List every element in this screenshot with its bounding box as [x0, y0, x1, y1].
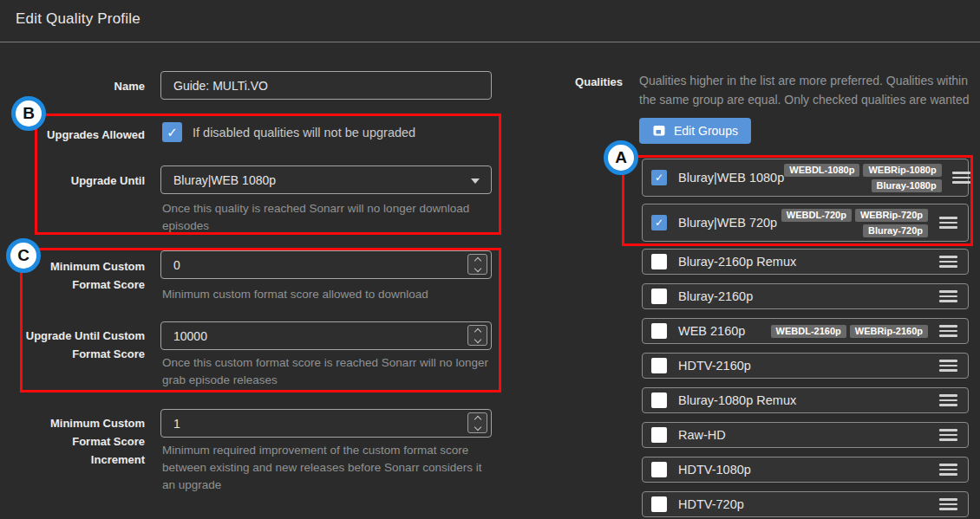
quality-checkbox[interactable]: ✓ — [651, 254, 667, 269]
min-format-score-stepper[interactable] — [467, 254, 487, 275]
caret-down-icon — [471, 178, 480, 184]
min-format-score-help: Minimum custom format score allowed to d… — [162, 286, 490, 303]
quality-badge: WEBRip-1080p — [863, 164, 941, 177]
upgrades-allowed-caption: If disabled qualities will not be upgrad… — [193, 126, 415, 139]
upgrade-until-format-score-input[interactable] — [160, 321, 492, 350]
drag-handle-icon[interactable] — [928, 429, 968, 441]
drag-handle-icon[interactable] — [928, 498, 968, 510]
upgrade-until-format-score-stepper[interactable] — [467, 325, 487, 346]
checkmark-icon: ✓ — [655, 172, 663, 184]
checkmark-icon: ✓ — [655, 325, 663, 337]
checkmark-icon: ✓ — [655, 360, 663, 372]
upgrade-until-label: Upgrade Until — [2, 172, 145, 190]
drag-handle-icon[interactable] — [928, 290, 968, 302]
quality-badge: WEBDL-2160p — [771, 325, 846, 338]
min-format-score-increment-stepper[interactable] — [467, 412, 487, 433]
upgrade-until-help: Once this quality is reached Sonarr will… — [162, 200, 490, 235]
quality-list-item[interactable]: ✓ Bluray-2160p — [642, 283, 969, 309]
quality-checkbox[interactable]: ✓ — [651, 170, 667, 185]
checkmark-icon: ✓ — [655, 217, 663, 229]
drag-handle-icon[interactable] — [928, 325, 968, 337]
quality-label: HDTV-1080p — [678, 463, 751, 477]
upgrade-until-format-score-label: Upgrade Until Custom Format Score — [2, 327, 145, 363]
quality-list-item[interactable]: ✓ HDTV-1080p — [642, 457, 969, 483]
min-format-score-input[interactable] — [160, 250, 492, 279]
drag-handle-icon[interactable] — [928, 360, 968, 372]
quality-badges: WEBDL-720pWEBRip-720pBluray-720p — [781, 209, 928, 237]
stepper-up-icon[interactable] — [474, 328, 480, 334]
min-format-score-increment-input[interactable] — [160, 409, 492, 438]
quality-badge: WEBRip-2160p — [850, 325, 928, 338]
quality-badge: WEBRip-720p — [855, 209, 928, 222]
stepper-down-icon[interactable] — [474, 335, 480, 342]
quality-checkbox[interactable]: ✓ — [651, 289, 667, 304]
quality-badges: WEBDL-2160pWEBRip-2160p — [771, 325, 928, 338]
min-format-score-increment-help: Minimum required improvement of the cust… — [162, 442, 490, 494]
edit-groups-button[interactable]: Edit Groups — [639, 118, 751, 144]
quality-badge: WEBDL-1080p — [784, 164, 859, 177]
checkmark-icon: ✓ — [167, 125, 178, 140]
quality-list-item[interactable]: ✓ HDTV-720p — [642, 491, 969, 517]
name-input[interactable] — [160, 71, 492, 100]
quality-label: Bluray-2160p Remux — [678, 255, 796, 269]
qualities-label: Qualities — [546, 75, 623, 88]
quality-checkbox[interactable]: ✓ — [651, 215, 667, 230]
upgrades-allowed-checkbox[interactable]: ✓ — [162, 122, 182, 142]
qualities-list: ✓ Bluray|WEB 1080p WEBDL-1080pWEBRip-108… — [642, 159, 969, 519]
quality-checkbox[interactable]: ✓ — [651, 462, 667, 477]
quality-list-item[interactable]: ✓ Raw-HD — [642, 422, 969, 448]
edit-groups-icon — [652, 125, 666, 137]
min-format-score-label: Minimum Custom Format Score — [2, 257, 145, 294]
quality-list-item[interactable]: ✓ Bluray|WEB 720p WEBDL-720pWEBRip-720pB… — [642, 204, 969, 242]
name-label: Name — [2, 77, 145, 95]
upgrade-until-value: Bluray|WEB 1080p — [173, 173, 276, 187]
qualities-description: Qualities higher in the list are more pr… — [639, 72, 970, 109]
quality-label: Bluray|WEB 1080p — [678, 171, 784, 185]
quality-list-item[interactable]: ✓ WEB 2160p WEBDL-2160pWEBRip-2160p — [642, 318, 969, 344]
quality-checkbox[interactable]: ✓ — [651, 427, 667, 443]
upgrade-until-format-score-help: Once this custom format score is reached… — [162, 354, 490, 389]
quality-checkbox[interactable]: ✓ — [651, 392, 667, 408]
quality-checkbox[interactable]: ✓ — [651, 496, 667, 512]
drag-handle-icon[interactable] — [928, 394, 968, 406]
stepper-down-icon[interactable] — [474, 264, 480, 271]
quality-label: WEB 2160p — [678, 324, 745, 338]
quality-checkbox[interactable]: ✓ — [651, 358, 667, 373]
quality-list-item[interactable]: ✓ Bluray-1080p Remux — [642, 387, 969, 413]
quality-list-item[interactable]: ✓ Bluray-2160p Remux — [642, 249, 969, 275]
stepper-up-icon[interactable] — [474, 415, 480, 422]
quality-badge: WEBDL-720p — [781, 209, 852, 222]
quality-list-item[interactable]: ✓ Bluray|WEB 1080p WEBDL-1080pWEBRip-108… — [642, 159, 969, 197]
checkmark-icon: ✓ — [655, 256, 663, 268]
edit-groups-button-label: Edit Groups — [674, 124, 738, 138]
quality-label: HDTV-720p — [678, 497, 744, 511]
checkmark-icon: ✓ — [655, 429, 663, 441]
quality-badge: Bluray-720p — [863, 224, 928, 237]
drag-handle-icon[interactable] — [928, 217, 968, 229]
upgrade-until-select[interactable]: Bluray|WEB 1080p — [160, 165, 492, 194]
drag-handle-icon[interactable] — [928, 256, 968, 268]
stepper-up-icon[interactable] — [474, 256, 480, 263]
quality-label: HDTV-2160p — [678, 359, 751, 373]
stepper-down-icon[interactable] — [474, 423, 480, 430]
min-format-score-increment-label: Minimum Custom Format Score Increment — [2, 414, 145, 469]
checkmark-icon: ✓ — [655, 290, 663, 302]
quality-badge: Bluray-1080p — [872, 179, 942, 192]
drag-handle-icon[interactable] — [942, 172, 980, 184]
checkmark-icon: ✓ — [655, 394, 663, 406]
quality-profile-form: Name Upgrades Allowed ✓ If disabled qual… — [0, 0, 520, 519]
quality-label: Bluray|WEB 720p — [678, 216, 777, 230]
quality-list-item[interactable]: ✓ HDTV-2160p — [642, 353, 969, 379]
quality-label: Raw-HD — [678, 428, 726, 442]
checkmark-icon: ✓ — [655, 464, 663, 476]
annotation-circle-a: A — [604, 140, 638, 175]
quality-badges: WEBDL-1080pWEBRip-1080pBluray-1080p — [784, 164, 941, 192]
upgrades-allowed-label: Upgrades Allowed — [2, 126, 145, 144]
drag-handle-icon[interactable] — [928, 464, 968, 476]
quality-label: Bluray-1080p Remux — [678, 393, 796, 407]
checkmark-icon: ✓ — [655, 498, 663, 510]
quality-label: Bluray-2160p — [678, 289, 753, 303]
quality-checkbox[interactable]: ✓ — [651, 323, 667, 339]
